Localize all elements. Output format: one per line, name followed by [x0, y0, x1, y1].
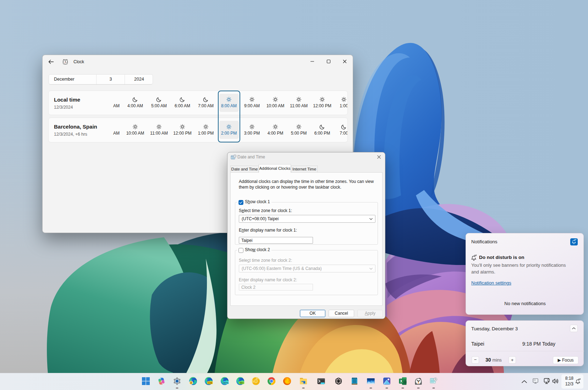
svg-text:12/3: 12/3	[565, 381, 574, 386]
svg-text:BETA: BETA	[224, 382, 229, 384]
svg-text:DEV: DEV	[240, 382, 243, 384]
svg-text:8:18: 8:18	[565, 376, 574, 381]
svg-text:CAN: CAN	[208, 382, 212, 384]
svg-text:X: X	[400, 379, 402, 383]
